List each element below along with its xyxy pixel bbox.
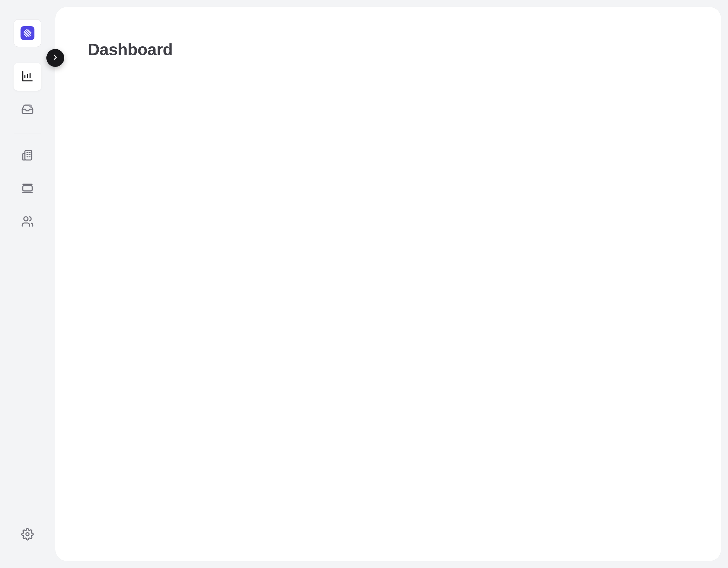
building-icon [21,149,34,163]
settings-icon [21,528,34,542]
users-icon [21,215,34,229]
sidebar-item-inbox[interactable] [14,96,41,124]
sidebar-item-organization[interactable] [14,142,41,170]
title-divider [88,78,689,78]
chevron-right-icon [51,53,60,63]
sidebar-item-settings[interactable] [14,521,41,549]
sidebar-item-team[interactable] [14,208,41,236]
bar-chart-icon [21,70,34,84]
sidebar-item-dashboard[interactable] [14,63,41,91]
svg-point-3 [24,217,28,221]
svg-point-4 [26,533,29,536]
sidebar-divider [14,133,41,133]
svg-point-0 [29,105,32,108]
main-content: Dashboard [55,7,721,561]
svg-rect-1 [25,151,32,160]
svg-rect-2 [23,186,32,191]
sidebar-expand-button[interactable] [46,49,64,67]
app-logo[interactable] [14,19,41,47]
linear-logo-icon [21,26,34,40]
panel-icon [21,182,34,196]
inbox-icon [21,103,34,117]
sidebar [0,0,55,568]
page-title: Dashboard [88,40,689,59]
sidebar-item-projects[interactable] [14,175,41,203]
